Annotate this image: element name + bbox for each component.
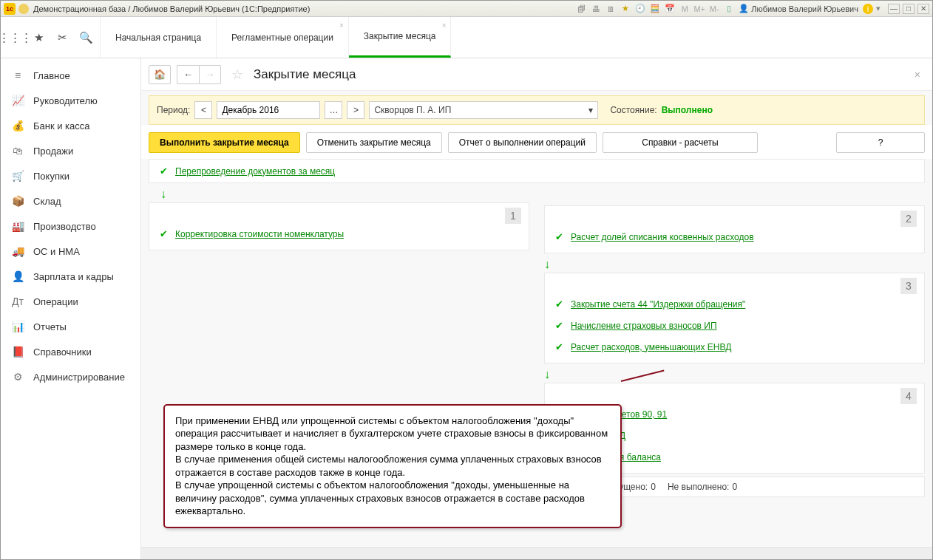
callout-tooltip: При применении ЕНВД или упрощенной систе…: [163, 404, 622, 528]
page-header: 🏠 ← → ☆ Закрытие месяца ×: [141, 58, 932, 91]
op-link[interactable]: Расчет расходов, уменьшающих ЕНВД: [571, 342, 731, 352]
block-1: 1 ✔Корректировка стоимости номенклатуры: [149, 202, 529, 250]
sidebar-item-production[interactable]: 🏭Производство: [1, 214, 140, 239]
check-icon: ✔: [555, 341, 563, 352]
sidebar-item-reports[interactable]: 📊Отчеты: [1, 314, 140, 339]
org-select[interactable]: Скворцов П. А. ИП▾: [369, 101, 598, 119]
history-icon[interactable]: 🕘: [635, 4, 645, 14]
sidebar-item-references[interactable]: 📕Справочники: [1, 339, 140, 364]
info-icon[interactable]: i: [863, 4, 873, 14]
sidebar-item-admin[interactable]: ⚙Администрирование: [1, 364, 140, 389]
tab-month-close[interactable]: Закрытие месяца×: [349, 17, 452, 58]
help-button[interactable]: ?: [836, 132, 925, 153]
apps-icon[interactable]: ⋮⋮⋮: [8, 31, 21, 44]
favorite-star-icon[interactable]: ☆: [231, 66, 243, 83]
maximize-button[interactable]: □: [903, 4, 915, 14]
factory-icon: 🏭: [11, 220, 24, 232]
close-window-button[interactable]: ✕: [917, 4, 929, 14]
report-button[interactable]: Отчет о выполнении операций: [448, 132, 597, 153]
block-number: 2: [900, 211, 917, 227]
repost-link[interactable]: Перепроведение документов за месяц: [175, 166, 335, 177]
check-icon: ✔: [555, 298, 563, 310]
person-icon: 👤: [11, 270, 24, 282]
op-link[interactable]: Корректировка стоимости номенклатуры: [175, 229, 344, 239]
sidebar-item-main[interactable]: ≡Главное: [1, 63, 140, 88]
period-label: Период:: [157, 105, 190, 115]
user-icon: 👤: [739, 4, 749, 13]
op-link[interactable]: Закрытие счета 44 "Издержки обращения": [571, 299, 745, 310]
callout-text: При применении ЕНВД или упрощенной систе…: [175, 414, 610, 518]
close-icon[interactable]: ×: [339, 21, 344, 30]
sidebar-item-assets[interactable]: 🚚ОС и НМА: [1, 239, 140, 264]
home-button[interactable]: 🏠: [149, 65, 171, 84]
clip-icon[interactable]: ✂: [55, 31, 69, 44]
minimize-button[interactable]: —: [888, 4, 900, 14]
search-icon[interactable]: 🔍: [79, 31, 92, 44]
sidebar-item-purchases[interactable]: 🛒Покупки: [1, 163, 140, 188]
tool-icon[interactable]: 🗐: [576, 4, 586, 14]
period-input[interactable]: [217, 101, 320, 119]
copy-icon[interactable]: 🗎: [605, 4, 616, 14]
tab-regulated-ops[interactable]: Регламентные операции×: [217, 17, 349, 58]
barchart-icon: 📊: [11, 321, 24, 332]
cancel-close-button[interactable]: Отменить закрытие месяца: [306, 132, 442, 153]
period-more-button[interactable]: …: [325, 101, 342, 119]
sidebar-item-operations[interactable]: ДтОперации: [1, 289, 140, 314]
horizontal-scrollbar[interactable]: [141, 547, 932, 559]
period-prev-button[interactable]: <: [194, 101, 212, 119]
op-link[interactable]: Расчет долей списания косвенных расходов: [571, 232, 754, 242]
tab-home[interactable]: Начальная страница: [101, 17, 217, 58]
sidebar-item-manager[interactable]: 📈Руководителю: [1, 88, 140, 113]
block-number: 4: [900, 388, 917, 404]
op-link-insurance[interactable]: Начисление страховых взносов ИП: [571, 321, 717, 331]
box-icon: 📦: [11, 195, 24, 207]
dropdown2-icon[interactable]: ▾: [873, 4, 883, 14]
check-icon: ✔: [160, 165, 168, 177]
user-name: Любимов Валерий Юрьевич: [751, 4, 858, 13]
chevron-down-icon: ▾: [588, 105, 593, 115]
period-next-button[interactable]: >: [347, 101, 364, 119]
mplus-button[interactable]: M+: [694, 4, 705, 14]
block-3: 3 ✔Закрытие счета 44 "Издержки обращения…: [544, 273, 925, 363]
period-bar: Период: < … > Скворцов П. А. ИП▾ Состоян…: [149, 95, 925, 125]
sidebar-item-sales[interactable]: 🛍Продажи: [1, 138, 140, 163]
calc-icon[interactable]: 🧮: [650, 4, 660, 14]
m-button[interactable]: M: [679, 4, 690, 14]
run-close-button[interactable]: Выполнить закрытие месяца: [149, 132, 300, 153]
content-area: ✔ Перепроведение документов за месяц ↓ 1…: [141, 159, 932, 547]
state-label: Состояние:: [610, 105, 657, 115]
forward-button[interactable]: →: [199, 65, 221, 84]
close-page-button[interactable]: ×: [915, 69, 925, 81]
close-icon[interactable]: ×: [442, 21, 447, 30]
user-info[interactable]: 👤 Любимов Валерий Юрьевич: [739, 4, 858, 13]
arrow-down-icon: ↓: [160, 188, 925, 201]
page-title: Закрытие месяца: [254, 67, 356, 82]
panel-icon[interactable]: ▯: [724, 4, 734, 14]
favorite-icon[interactable]: ★: [620, 4, 631, 14]
check-icon: ✔: [555, 320, 563, 331]
arrow-down-icon: ↓: [544, 258, 925, 271]
star-icon[interactable]: ★: [32, 31, 45, 44]
top-strip: ⋮⋮⋮ ★ ✂ 🔍 Начальная страница Регламентны…: [1, 17, 932, 58]
dropdown-icon[interactable]: [18, 4, 29, 14]
sidebar-item-hr[interactable]: 👤Зарплата и кадры: [1, 264, 140, 289]
titlebar: 1c Демонстрационная база / Любимов Валер…: [1, 1, 932, 17]
block-number: 3: [900, 278, 917, 294]
mminus-button[interactable]: M-: [709, 4, 719, 14]
chart-icon: 📈: [11, 95, 24, 106]
sidebar: ≡Главное 📈Руководителю 💰Банк и касса 🛍Пр…: [1, 58, 141, 559]
calendar-icon[interactable]: 📅: [665, 4, 675, 14]
back-button[interactable]: ←: [177, 65, 199, 84]
cart-icon: 🛒: [11, 170, 24, 182]
action-bar: Выполнить закрытие месяца Отменить закры…: [141, 125, 932, 159]
window-title: Демонстрационная база / Любимов Валерий …: [33, 4, 310, 13]
calc-button[interactable]: Справки - расчеты: [603, 132, 758, 153]
block-2: 2 ✔Расчет долей списания косвенных расхо…: [544, 205, 925, 253]
dtkt-icon: Дт: [11, 296, 24, 307]
sidebar-item-bank[interactable]: 💰Банк и касса: [1, 113, 140, 138]
sidebar-item-stock[interactable]: 📦Склад: [1, 188, 140, 214]
arrow-down-icon: ↓: [544, 368, 925, 381]
menu-icon: ≡: [11, 69, 24, 81]
print-icon[interactable]: 🖶: [591, 4, 601, 14]
repost-row: ✔ Перепроведение документов за месяц: [149, 159, 925, 183]
